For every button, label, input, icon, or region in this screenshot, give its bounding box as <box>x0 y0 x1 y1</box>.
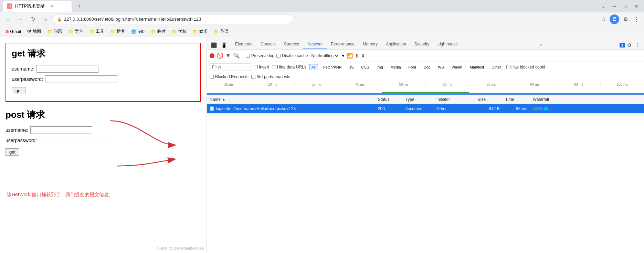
filter-type-js[interactable]: JS <box>347 64 356 70</box>
get-password-input[interactable] <box>45 75 117 83</box>
map-icon: 🗺 <box>27 29 31 34</box>
tab-elements[interactable]: Elements <box>231 40 256 49</box>
td-size-text: 842 B <box>489 106 499 111</box>
more-tabs-btn[interactable]: » <box>537 40 545 49</box>
get-username-input[interactable] <box>36 65 98 73</box>
bookmark-temp[interactable]: 📁 临时 <box>148 28 168 35</box>
filter-type-manifest[interactable]: Manifest <box>467 64 487 70</box>
url-text: 127.0.0.1:8080/servlet08/login.html?user… <box>64 17 201 22</box>
bookmark-maps[interactable]: 🗺 地图 <box>24 28 44 35</box>
tab-sources[interactable]: Sources <box>280 40 303 49</box>
preserve-log-checkbox[interactable] <box>246 54 250 58</box>
filter-type-ws[interactable]: WS <box>435 64 446 70</box>
filter-type-fetch[interactable]: Fetch/XHR <box>321 64 344 70</box>
bookmark-school[interactable]: 📁 学校 <box>169 28 189 35</box>
inspect-icon[interactable]: ⬛ <box>210 41 218 49</box>
tab-performance[interactable]: Performance <box>327 40 359 49</box>
table-row[interactable]: 📄 login.html?username=Hello&userpswd=123… <box>207 104 644 114</box>
blocked-requests-checkbox[interactable] <box>210 75 214 79</box>
th-time-text: Time <box>505 97 514 102</box>
filter-type-media[interactable]: Media <box>388 64 403 70</box>
filter-type-css[interactable]: CSS <box>359 64 372 70</box>
bookmark-learn[interactable]: 📁 学习 <box>65 28 86 35</box>
browser-tab[interactable]: H HTTP请求登录 ✕ <box>3 1 72 12</box>
upload-icon[interactable]: ⬆ <box>355 53 359 59</box>
bookmark-issues[interactable]: 📁 问题 <box>44 28 65 35</box>
bookmark-label: 博客 <box>117 29 125 34</box>
star-icon[interactable]: ☆ <box>599 14 608 24</box>
tab-console[interactable]: Console <box>256 40 280 49</box>
bookmark-gmail[interactable]: G Gmail <box>3 29 24 35</box>
filter-type-other[interactable]: Other <box>489 64 504 70</box>
bookmark-tools[interactable]: 📁 工具 <box>86 28 107 35</box>
blocked-requests-label[interactable]: Blocked Requests <box>210 74 249 79</box>
settings-icon[interactable]: ⚙ <box>626 41 633 49</box>
tab-close-btn[interactable]: ✕ <box>49 3 54 9</box>
folder-icon: 📁 <box>110 29 115 34</box>
bookmark-blog[interactable]: 📁 博客 <box>107 28 128 35</box>
disable-cache-label[interactable]: Disable cache <box>276 53 308 58</box>
reload-btn[interactable]: ↻ <box>28 14 39 25</box>
search-icon[interactable]: 🔍 <box>233 52 240 59</box>
chevron-down-icon[interactable]: ⌄ <box>599 1 608 11</box>
has-blocked-label[interactable]: Has blocked cooki <box>506 65 545 70</box>
tab-lighthouse[interactable]: Lighthouse <box>433 40 462 49</box>
bookmark-english[interactable]: 📁 英语 <box>211 28 231 35</box>
hide-data-urls-text: Hide data URLs <box>277 65 306 70</box>
hide-data-urls-checkbox[interactable] <box>272 65 276 69</box>
bookmark-540[interactable]: 🌐 540 <box>128 29 147 35</box>
profile-menu-btn[interactable]: 已 <box>610 14 619 24</box>
tab-memory[interactable]: Memory <box>359 40 382 49</box>
profile-avatar: 已 <box>610 14 619 24</box>
post-title: post 请求 <box>6 109 201 121</box>
tab-security[interactable]: Security <box>410 40 433 49</box>
invert-checkbox[interactable] <box>254 65 258 69</box>
disable-cache-checkbox[interactable] <box>276 54 281 58</box>
filter-icon[interactable]: ▼ <box>225 53 231 59</box>
device-icon[interactable]: 📱 <box>220 41 228 49</box>
filter-type-font[interactable]: Font <box>406 64 419 70</box>
has-blocked-checkbox[interactable] <box>506 65 510 69</box>
filter-type-doc[interactable]: Doc <box>421 64 433 70</box>
gmail-icon: G <box>6 29 9 34</box>
post-submit-btn[interactable]: get <box>6 148 19 156</box>
wifi-icon[interactable]: 📶 <box>347 53 353 59</box>
post-password-input[interactable] <box>39 137 111 144</box>
filter-type-all[interactable]: All <box>309 64 318 70</box>
more-menu-btn[interactable]: ⋮ <box>632 14 641 24</box>
filter-input[interactable] <box>210 63 251 71</box>
post-submit-row: get <box>6 147 201 156</box>
minimize-btn[interactable]: ─ <box>610 1 619 11</box>
td-initiator-text: Other <box>436 106 447 111</box>
timeline-bar-area <box>207 92 644 95</box>
clear-btn[interactable]: 🚫 <box>217 52 223 59</box>
third-party-checkbox[interactable] <box>251 75 255 79</box>
devtools-more-icon[interactable]: ⋮ <box>634 41 641 49</box>
extensions-btn[interactable]: ⚙ <box>621 14 630 24</box>
th-type-text: Type <box>405 97 414 102</box>
record-btn[interactable] <box>210 53 214 58</box>
post-username-input[interactable] <box>30 126 92 134</box>
forward-btn[interactable]: → <box>15 14 26 25</box>
sort-icon[interactable]: ▲ <box>222 97 225 101</box>
bookmark-entertainment[interactable]: 📁 娱乐 <box>190 28 210 35</box>
filter-type-wasm[interactable]: Wasm <box>449 64 465 70</box>
hide-data-urls-label[interactable]: Hide data URLs <box>272 65 306 70</box>
maximize-btn[interactable]: □ <box>621 1 630 11</box>
third-party-label[interactable]: 3rd-party requests <box>251 74 290 79</box>
close-btn[interactable]: ✕ <box>632 1 641 11</box>
tab-network[interactable]: Network <box>303 40 327 49</box>
filter-type-img[interactable]: Img <box>374 64 385 70</box>
get-submit-btn[interactable]: get <box>12 87 25 94</box>
preserve-log-label[interactable]: Preserve log <box>246 53 274 58</box>
network-table[interactable]: Name ▲ Status Type Initiator Size <box>207 95 644 253</box>
new-tab-btn[interactable]: + <box>74 1 84 11</box>
back-btn[interactable]: ← <box>3 14 14 25</box>
invert-label[interactable]: Invert <box>254 65 269 70</box>
throttle-select[interactable]: No throttling <box>310 53 339 59</box>
chevron-down-icon[interactable]: ▼ <box>341 54 345 58</box>
url-bar[interactable]: 🔒 127.0.0.1:8080/servlet08/login.html?us… <box>52 14 293 24</box>
home-btn[interactable]: ⌂ <box>40 14 51 25</box>
tab-application[interactable]: Application <box>382 40 410 49</box>
download-icon[interactable]: ⬇ <box>361 53 365 59</box>
